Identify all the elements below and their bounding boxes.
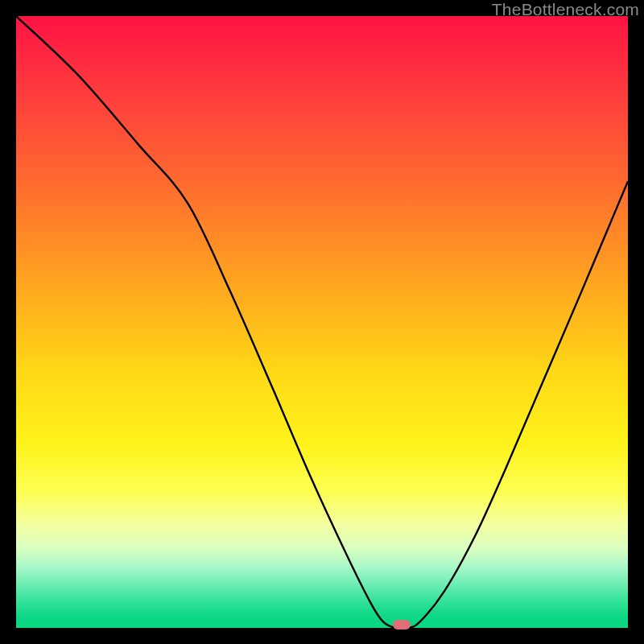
bottleneck-curve bbox=[16, 16, 628, 628]
watermark-text: TheBottleneck.com bbox=[492, 0, 639, 19]
chart-container: { "watermark": "TheBottleneck.com", "cha… bbox=[0, 0, 644, 644]
plot-area bbox=[16, 16, 628, 628]
optimal-marker bbox=[393, 620, 411, 630]
